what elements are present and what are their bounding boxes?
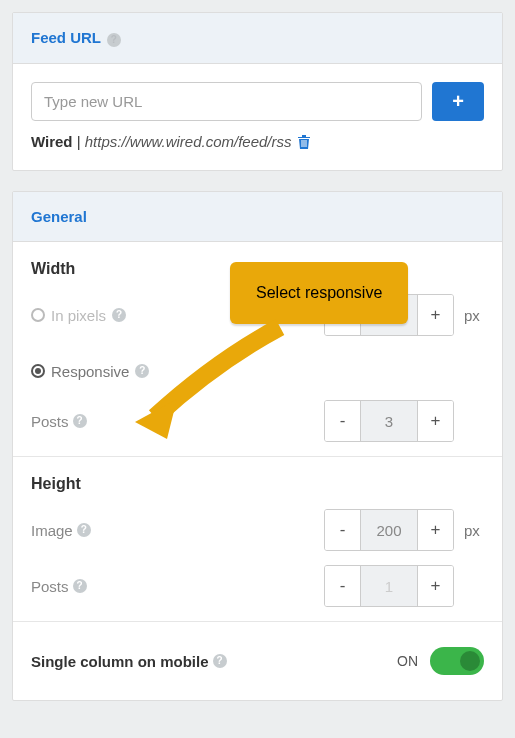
- radio-responsive-label: Responsive: [51, 363, 129, 380]
- height-image-stepper: - + px: [324, 509, 484, 551]
- height-posts-label: Posts ?: [31, 578, 87, 595]
- single-column-toggle-group: ON: [397, 647, 484, 675]
- feed-url-title: Feed URL: [31, 29, 101, 46]
- width-posts-label: Posts ?: [31, 413, 87, 430]
- stepper-group: - +: [324, 565, 454, 607]
- unit-spacer: [464, 578, 484, 595]
- toggle-state-text: ON: [397, 653, 418, 669]
- unit-label: px: [464, 307, 484, 324]
- arrow-icon: [125, 302, 295, 442]
- radio-in-pixels[interactable]: In pixels ?: [31, 307, 126, 324]
- unit-spacer: [464, 413, 484, 430]
- increment-button[interactable]: +: [417, 401, 453, 441]
- height-image-label: Image ?: [31, 522, 91, 539]
- callout-text: Select responsive: [256, 284, 382, 301]
- general-title: General: [31, 208, 87, 225]
- help-icon[interactable]: ?: [112, 308, 126, 322]
- height-image-value[interactable]: [361, 510, 417, 550]
- increment-button[interactable]: +: [417, 295, 453, 335]
- svg-rect-2: [305, 140, 306, 147]
- decrement-button[interactable]: -: [325, 401, 361, 441]
- divider: [13, 621, 502, 622]
- height-posts-row: Posts ? - +: [31, 565, 484, 607]
- url-input[interactable]: [31, 82, 422, 121]
- height-posts-value[interactable]: [361, 566, 417, 606]
- add-url-button[interactable]: +: [432, 82, 484, 121]
- height-image-row: Image ? - + px: [31, 509, 484, 551]
- radio-unselected-icon: [31, 308, 45, 322]
- radio-in-pixels-label: In pixels: [51, 307, 106, 324]
- unit-label: px: [464, 522, 484, 539]
- help-icon[interactable]: ?: [73, 414, 87, 428]
- feed-entry-title: Wired: [31, 133, 73, 150]
- help-icon[interactable]: ?: [213, 654, 227, 668]
- help-icon[interactable]: ?: [73, 579, 87, 593]
- increment-button[interactable]: +: [417, 566, 453, 606]
- feed-url-header: Feed URL ?: [13, 13, 502, 64]
- divider: [13, 456, 502, 457]
- trash-icon[interactable]: [297, 134, 311, 151]
- stepper-group: - +: [324, 400, 454, 442]
- width-posts-value[interactable]: [361, 401, 417, 441]
- height-posts-stepper: - +: [324, 565, 484, 607]
- feed-entry-separator: |: [73, 133, 85, 150]
- svg-rect-1: [303, 140, 304, 147]
- height-heading: Height: [31, 475, 484, 493]
- single-column-label: Single column on mobile ?: [31, 653, 227, 670]
- plus-icon: +: [452, 90, 464, 113]
- decrement-button[interactable]: -: [325, 510, 361, 550]
- stepper-group: - +: [324, 509, 454, 551]
- feed-entry-url: https://www.wired.com/feed/rss: [85, 133, 292, 150]
- width-posts-stepper: - +: [324, 400, 484, 442]
- general-header: General: [13, 192, 502, 242]
- increment-button[interactable]: +: [417, 510, 453, 550]
- help-icon[interactable]: ?: [107, 33, 121, 47]
- help-icon[interactable]: ?: [77, 523, 91, 537]
- svg-rect-0: [301, 140, 302, 147]
- radio-selected-icon: [31, 364, 45, 378]
- decrement-button[interactable]: -: [325, 566, 361, 606]
- feed-entry: Wired | https://www.wired.com/feed/rss: [31, 133, 484, 152]
- feed-url-body: + Wired | https://www.wired.com/feed/rss: [13, 64, 502, 170]
- single-column-row: Single column on mobile ? ON: [31, 640, 484, 682]
- single-column-toggle[interactable]: [430, 647, 484, 675]
- feed-url-panel: Feed URL ? + Wired | https://www.wired.c…: [12, 12, 503, 171]
- url-input-row: +: [31, 82, 484, 121]
